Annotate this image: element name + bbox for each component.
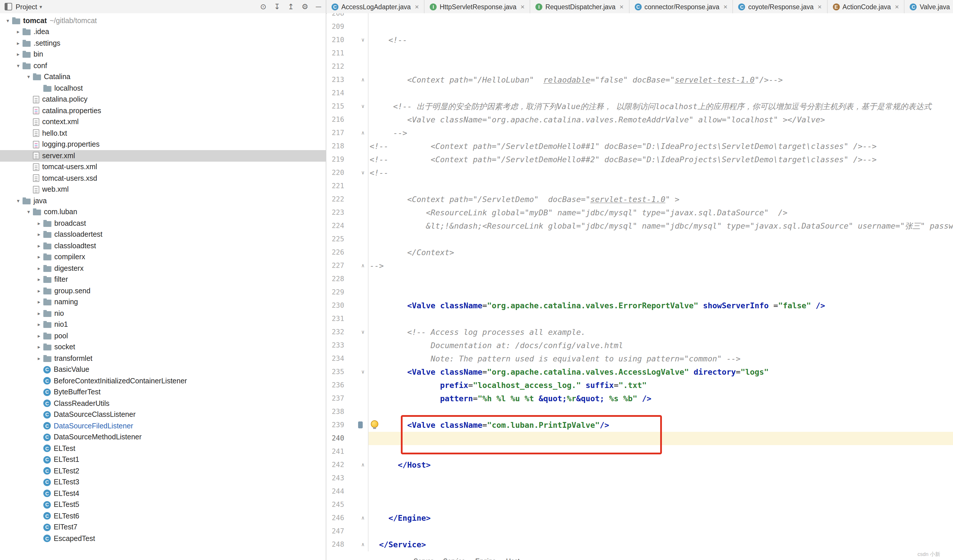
close-icon[interactable]: × (895, 3, 899, 11)
code-text[interactable] (368, 286, 953, 299)
code-text[interactable] (368, 60, 953, 73)
code-text[interactable] (368, 432, 953, 445)
tree-item-com-luban[interactable]: ▾com.luban (0, 206, 326, 218)
tree-item-catalina-policy[interactable]: catalina.policy (0, 94, 326, 105)
chevron-down-icon[interactable]: ▾ (24, 209, 33, 215)
tree-item-eltest6[interactable]: ELTest6 (0, 510, 326, 521)
tree-item-conf[interactable]: ▾conf (0, 60, 326, 71)
chevron-right-icon[interactable]: ▸ (14, 40, 23, 46)
tab-connector-response-java[interactable]: Cconnector/Response.java× (629, 0, 733, 13)
fold-up-icon[interactable]: ∧ (346, 73, 368, 87)
locate-icon[interactable]: ⊙ (260, 2, 267, 11)
code-text[interactable] (368, 525, 953, 538)
tree-item-localhost[interactable]: localhost (0, 82, 326, 94)
tree-item-classloadtest[interactable]: ▸classloadtest (0, 240, 326, 251)
tree-item-pool[interactable]: ▸pool (0, 330, 326, 341)
chevron-right-icon[interactable]: ▸ (35, 333, 43, 339)
tree-item-catalina[interactable]: ▾Catalina (0, 71, 326, 82)
code-text[interactable] (368, 405, 953, 419)
project-panel-title[interactable]: Project (16, 3, 37, 11)
tree-item-tomcat-users-xml[interactable]: tomcat-users.xml (0, 161, 326, 173)
fold-down-icon[interactable]: ∨ (346, 166, 368, 180)
tree-item-java[interactable]: ▾java (0, 195, 326, 206)
code-text[interactable]: <!-- <Context path="/ServletDemoHello##1… (368, 140, 953, 153)
tree-item-classloadertest[interactable]: ▸classloadertest (0, 229, 326, 240)
code-text[interactable] (368, 47, 953, 60)
tree-item-eltest1[interactable]: ELTest1 (0, 454, 326, 465)
chevron-right-icon[interactable]: ▸ (35, 344, 43, 350)
chevron-down-icon[interactable]: ▾ (24, 74, 33, 80)
code-text[interactable]: prefix="localhost_access_log." suffix=".… (368, 379, 953, 392)
breadcrumb-item-engine[interactable]: Engine (475, 558, 496, 560)
expand-all-icon[interactable]: ↧ (274, 2, 280, 11)
tree-item-classreaderutils[interactable]: ClassReaderUtils (0, 398, 326, 409)
chevron-right-icon[interactable]: ▸ (35, 310, 43, 316)
tree-item-idea[interactable]: ▸.idea (0, 26, 326, 37)
code-text[interactable]: <Valve className="org.apache.catalina.va… (368, 299, 953, 312)
tab-actioncode-java[interactable]: EActionCode.java× (827, 0, 905, 13)
code-text[interactable]: <!-- (368, 34, 953, 47)
code-text[interactable] (368, 20, 953, 34)
tree-item-eltest7[interactable]: ElTest7 (0, 521, 326, 533)
close-icon[interactable]: × (520, 3, 525, 11)
tree-item-datasourcefiledlistener[interactable]: DataSourceFiledListener (0, 420, 326, 431)
chevron-right-icon[interactable]: ▸ (35, 220, 43, 226)
collapse-all-icon[interactable]: ↥ (288, 2, 294, 11)
tree-item-eltest5[interactable]: ELTest5 (0, 499, 326, 510)
breadcrumb-item-service[interactable]: Service (443, 558, 465, 560)
settings-icon[interactable]: ⚙ (301, 2, 308, 11)
tab-coyote-response-java[interactable]: Ccoyote/Response.java× (733, 0, 827, 13)
tree-item-settings[interactable]: ▸.settings (0, 37, 326, 49)
tree-item-nio1[interactable]: ▸nio1 (0, 319, 326, 330)
code-text[interactable] (368, 233, 953, 246)
fold-up-icon[interactable]: ∧ (346, 259, 368, 273)
code-text[interactable] (368, 273, 953, 286)
tree-item-catalina-properties[interactable]: catalina.properties (0, 105, 326, 116)
chevron-right-icon[interactable]: ▸ (35, 299, 43, 305)
tab-requestdispatcher-java[interactable]: IRequestDispatcher.java× (530, 0, 629, 13)
chevron-right-icon[interactable]: ▸ (35, 243, 43, 249)
code-text[interactable]: <!-- <Context path="/ServletDemoHello##2… (368, 153, 953, 166)
chevron-right-icon[interactable]: ▸ (35, 322, 43, 327)
intention-bulb-icon[interactable] (371, 420, 378, 428)
chevron-right-icon[interactable]: ▸ (35, 288, 43, 294)
tree-item-hello-txt[interactable]: hello.txt (0, 127, 326, 139)
tree-item-socket[interactable]: ▸socket (0, 341, 326, 353)
tree-item-beforecontextinitializedcontainerlistener[interactable]: BeforeContextInitializedContainerListene… (0, 375, 326, 386)
code-text[interactable]: <Valve className="org.apache.catalina.va… (368, 113, 953, 126)
fold-up-icon[interactable]: ∧ (346, 126, 368, 140)
tree-item-broadcast[interactable]: ▸broadcast (0, 218, 326, 229)
tree-item-digesterx[interactable]: ▸digesterx (0, 263, 326, 274)
chevron-down-icon[interactable]: ▾ (3, 18, 12, 24)
code-text[interactable]: &lt;!&ndash;<ResourceLink global="jdbc/m… (368, 219, 953, 233)
close-icon[interactable]: × (723, 3, 728, 11)
fold-down-icon[interactable]: ∨ (346, 100, 368, 113)
tree-item-compilerx[interactable]: ▸compilerx (0, 251, 326, 263)
chevron-right-icon[interactable]: ▸ (35, 356, 43, 361)
tree-item-eltest4[interactable]: ELTest4 (0, 488, 326, 499)
tree-item-basicvalue[interactable]: BasicValue (0, 364, 326, 375)
code-text[interactable]: Documentation at: /docs/config/valve.htm… (368, 339, 953, 352)
code-text[interactable]: </Engine> (368, 512, 953, 525)
fold-up-icon[interactable]: ∧ (346, 512, 368, 525)
code-text[interactable]: <ResourceLink global="myDB" name="jdbc/m… (368, 206, 953, 219)
code-text[interactable] (368, 445, 953, 458)
tree-item-datasourceclasslistener[interactable]: DataSourceClassListener (0, 409, 326, 420)
tree-item-tomcat-users-xsd[interactable]: tomcat-users.xsd (0, 173, 326, 184)
chevron-down-icon[interactable]: ▾ (40, 4, 42, 9)
code-text[interactable]: --> (368, 259, 953, 273)
tree-item-transformlet[interactable]: ▸transformlet (0, 353, 326, 364)
tree-item-nio[interactable]: ▸nio (0, 308, 326, 319)
code-text[interactable]: <Valve className="com.luban.PrintIpValve… (368, 419, 953, 432)
code-text[interactable] (368, 87, 953, 100)
chevron-right-icon[interactable]: ▸ (35, 277, 43, 282)
fold-up-icon[interactable]: ∧ (346, 458, 368, 472)
tree-item-context-xml[interactable]: context.xml (0, 116, 326, 127)
chevron-right-icon[interactable]: ▸ (14, 29, 23, 35)
chevron-down-icon[interactable]: ▾ (14, 198, 23, 204)
tree-item-bin[interactable]: ▸bin (0, 49, 326, 60)
code-text[interactable] (368, 498, 953, 512)
tree-item-eltest2[interactable]: ELTest2 (0, 465, 326, 476)
tree-item-group-send[interactable]: ▸group.send (0, 285, 326, 296)
code-text[interactable]: <!-- Access log processes all example. (368, 326, 953, 339)
